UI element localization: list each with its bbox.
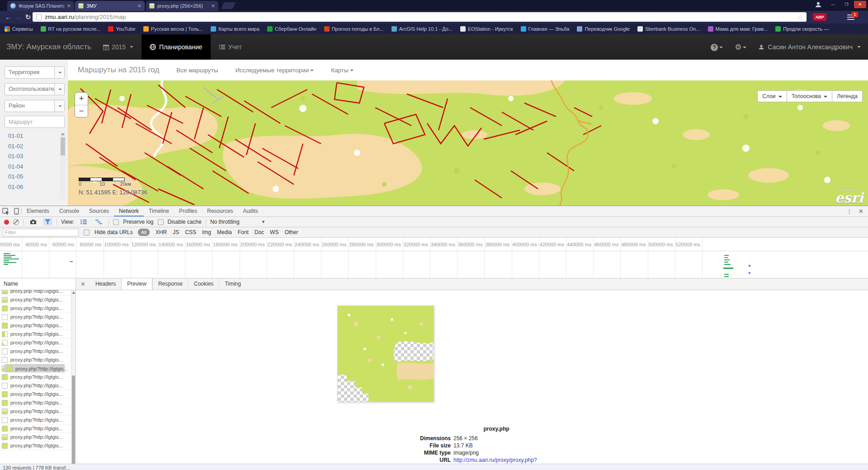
forward-button[interactable]: →	[14, 13, 23, 22]
request-row[interactable]: proxy.php?http://lgtgis...	[0, 296, 71, 304]
bookmark-item[interactable]: Мама для мам: Грам...	[708, 26, 768, 32]
request-row[interactable]: proxy.php?http://lgtgis...	[0, 321, 71, 330]
devtools-close-icon[interactable]: ✕	[859, 208, 863, 215]
clear-button[interactable]	[13, 219, 19, 225]
hide-data-urls-checkbox[interactable]	[84, 230, 90, 235]
select-arrow-button[interactable]	[54, 67, 64, 78]
request-row[interactable]: proxy.php?http://lgtgis...	[0, 442, 71, 450]
filter-type-img[interactable]: Img	[202, 229, 211, 235]
tab-close-icon[interactable]: ✕	[211, 3, 215, 9]
select-arrow-button[interactable]	[54, 84, 64, 95]
bookmark-item[interactable]: Главная — Эльба	[521, 26, 570, 32]
filter-type-all[interactable]: All	[138, 229, 150, 236]
filter-type-xhr[interactable]: XHR	[156, 229, 167, 235]
request-row[interactable]: proxy.php?http://lgtgis...	[0, 373, 71, 381]
preview-tab-cookies[interactable]: Cookies	[188, 278, 219, 290]
bookmark-item[interactable]: Карты всего мира	[211, 26, 259, 32]
bookmark-item[interactable]: ArcGIS Help 10.1 - До...	[392, 26, 453, 32]
throttling-select[interactable]: No throttling ▼	[210, 219, 265, 225]
browser-tab[interactable]: ЗМУ✕	[75, 1, 145, 11]
year-dropdown[interactable]: 2015	[103, 43, 133, 51]
request-row[interactable]: proxy.php?http://lgtgis...	[0, 356, 71, 364]
browser-tab[interactable]: proxy.php (256×256)✕	[146, 1, 218, 11]
help-dropdown[interactable]: ?	[711, 43, 723, 51]
scrollbar-thumb[interactable]	[72, 376, 75, 464]
devtools-tab-network[interactable]: Network	[114, 207, 144, 216]
zoom-out-button[interactable]: −	[75, 105, 88, 118]
adblock-badge[interactable]: ABP	[813, 13, 826, 21]
profile-icon[interactable]	[815, 1, 822, 8]
legend-button[interactable]: Легенда	[832, 90, 863, 102]
request-row[interactable]: proxy.php?http://lgtgis...	[0, 313, 71, 321]
request-row[interactable]: proxy.php?http://lgtgis...	[0, 424, 71, 433]
filter-type-doc[interactable]: Doc	[255, 229, 264, 235]
select-arrow-button[interactable]	[54, 100, 64, 112]
settings-dropdown[interactable]: ⚙	[735, 42, 746, 52]
request-row[interactable]: proxy.php?http://lgtgis...	[0, 338, 71, 347]
bookmark-item[interactable]: Сбербанк Онлайн	[267, 26, 316, 32]
map-canvas[interactable]: + − Слои Топооснова Легенда 0 10 20км N:	[68, 80, 868, 206]
route-list-scrollbar[interactable]	[60, 132, 66, 200]
browser-tab[interactable]: Форум SAS.Планета • Отве✕	[7, 1, 74, 11]
route-list-item[interactable]: 01-05	[0, 172, 68, 182]
route-list-item[interactable]: 01-04	[0, 162, 68, 172]
route-list-item[interactable]: 01-06	[0, 182, 68, 193]
request-row[interactable]: proxy.php?http://lgtgis...	[5, 364, 65, 373]
request-row[interactable]: proxy.php?http://lgtgis...	[0, 347, 71, 356]
bookmark-item[interactable]: Продли скорость —	[775, 26, 829, 32]
preserve-log-checkbox[interactable]	[113, 219, 119, 225]
request-row[interactable]: proxy.php?http://lgtgis...	[0, 416, 71, 424]
route-list-item[interactable]: 01-02	[0, 141, 68, 152]
bookmark-item[interactable]: YouTube	[108, 26, 135, 32]
preview-tab-headers[interactable]: Headers	[90, 278, 121, 290]
tab-uchet[interactable]: Учет	[211, 34, 250, 60]
filter-type-font[interactable]: Font	[238, 229, 249, 235]
devtools-tab-sources[interactable]: Sources	[84, 207, 114, 216]
route-search-input[interactable]	[5, 116, 65, 128]
devtools-tab-timeline[interactable]: Timeline	[144, 207, 174, 216]
scrollbar-thumb[interactable]	[61, 137, 65, 155]
filter-type-js[interactable]: JS	[173, 229, 179, 235]
user-menu[interactable]: Сасин Антон Александрович	[758, 43, 861, 51]
bookmark-item[interactable]: Переводчик Google	[577, 26, 630, 32]
bookmark-star-icon[interactable]: ☆	[797, 14, 803, 21]
view-waterfall-icon[interactable]	[95, 219, 102, 225]
devtools-kebab-icon[interactable]: ⋮	[846, 208, 852, 215]
filter-toggle[interactable]	[43, 218, 52, 226]
filter-type-other[interactable]: Other	[284, 229, 298, 235]
all-routes-link[interactable]: Все маршруты	[176, 67, 218, 74]
network-filter-input[interactable]	[3, 229, 79, 236]
layers-dropdown[interactable]: Слои	[757, 90, 787, 102]
filter-type-css[interactable]: CSS	[185, 229, 196, 235]
tab-close-icon[interactable]: ✕	[67, 3, 71, 9]
close-button[interactable]: ✕	[854, 1, 866, 8]
territories-dropdown[interactable]: Исследуемые территории	[235, 67, 314, 74]
filter-type-media[interactable]: Media	[217, 229, 232, 235]
meta-url-link[interactable]: http://zmu.aari.ru/proxy/proxy.php?http:…	[453, 457, 682, 464]
devtools-tab-elements[interactable]: Elements	[22, 207, 54, 216]
tab-planning[interactable]: Планирование	[142, 34, 211, 60]
devtools-tab-resources[interactable]: Resources	[202, 207, 238, 216]
tab-close-icon[interactable]: ✕	[137, 3, 142, 9]
record-button[interactable]	[4, 220, 9, 225]
request-row[interactable]: proxy.php?http://lgtgis...	[0, 290, 71, 296]
zoom-in-button[interactable]: +	[75, 93, 88, 105]
territory-select[interactable]: Территория	[5, 66, 65, 79]
request-row[interactable]: proxy.php?http://lgtgis...	[0, 304, 71, 313]
filter-type-ws[interactable]: WS	[270, 229, 278, 235]
devtools-tab-audits[interactable]: Audits	[238, 207, 263, 216]
back-button[interactable]: ←	[4, 13, 13, 22]
network-overview[interactable]: 20000 ms40000 ms60000 ms80000 ms100000 m…	[0, 238, 868, 278]
devtools-tab-console[interactable]: Console	[54, 207, 84, 216]
device-toolbar-icon[interactable]	[14, 208, 19, 215]
preview-tab-timing[interactable]: Timing	[219, 278, 246, 290]
address-bar[interactable]: zmu.aari.ru/planning/2015/map ☆	[33, 12, 807, 22]
minimize-button[interactable]: —	[827, 1, 839, 8]
bookmark-item[interactable]: Прогноз погоды в Бл...	[324, 26, 384, 32]
request-row[interactable]: proxy.php?http://lgtgis...	[0, 433, 71, 442]
requests-scrollbar[interactable]	[71, 290, 75, 464]
disable-cache-checkbox[interactable]	[158, 219, 164, 225]
devtools-tab-profiles[interactable]: Profiles	[174, 207, 202, 216]
inspect-element-icon[interactable]	[2, 208, 9, 215]
route-list-item[interactable]: 01-01	[0, 131, 68, 141]
